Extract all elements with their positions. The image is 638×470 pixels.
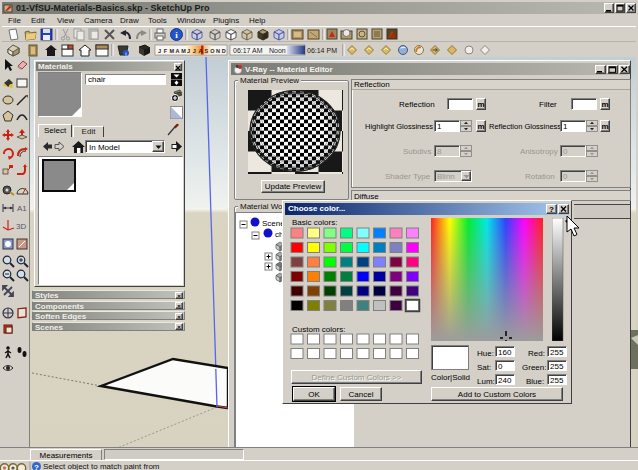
- svg-text:D: D: [222, 48, 226, 54]
- svg-text:A: A: [199, 48, 203, 54]
- svg-text:06:17 AM: 06:17 AM: [233, 47, 263, 54]
- svg-text:3D: 3D: [16, 222, 26, 231]
- svg-text:M: M: [181, 48, 186, 54]
- svg-text:M: M: [170, 48, 175, 54]
- svg-text:S: S: [204, 48, 208, 54]
- svg-text:O: O: [210, 48, 215, 54]
- svg-text:A1: A1: [17, 204, 27, 213]
- svg-text:A: A: [175, 48, 179, 54]
- svg-text:J: J: [187, 48, 190, 54]
- svg-text:Noon: Noon: [269, 47, 286, 54]
- svg-text:J: J: [158, 48, 161, 54]
- svg-text:i: i: [125, 51, 126, 57]
- svg-text:J: J: [193, 48, 196, 54]
- svg-text:N: N: [216, 48, 220, 54]
- svg-text:?: ?: [34, 463, 39, 470]
- svg-text:06:14 PM: 06:14 PM: [307, 47, 337, 54]
